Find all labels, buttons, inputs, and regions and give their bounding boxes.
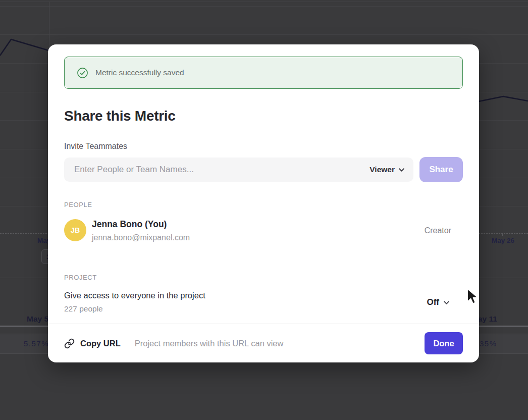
role-dropdown-value: Viewer (369, 165, 395, 174)
project-access-title: Give access to everyone in the project (64, 291, 205, 300)
chevron-down-icon (444, 301, 449, 304)
success-banner: Metric successfully saved (64, 57, 463, 89)
table-column-header: May 5 (27, 314, 48, 324)
project-section-label: PROJECT (64, 274, 97, 281)
avatar: JB (64, 219, 86, 241)
modal-footer: Copy URL Project members with this URL c… (48, 324, 479, 362)
invite-teammates-label: Invite Teammates (64, 142, 127, 151)
success-message: Metric successfully saved (95, 68, 184, 77)
axis-label: May 26 (492, 237, 514, 244)
project-access-value: Off (427, 297, 439, 307)
project-people-count: 227 people (64, 304, 103, 313)
project-access-dropdown[interactable]: Off (427, 297, 449, 307)
people-section-label: PEOPLE (64, 201, 92, 208)
table-cell-value: 35% (480, 339, 497, 348)
share-button[interactable]: Share (419, 157, 463, 182)
invite-people-input[interactable] (73, 164, 369, 175)
mouse-cursor (465, 288, 481, 307)
axis-tick (502, 233, 503, 236)
role-dropdown[interactable]: Viewer (369, 165, 404, 174)
screen: May 5 May 26 1 May 5 May 11 5.57% 35% Me… (0, 0, 528, 420)
check-circle-icon (77, 67, 88, 79)
invite-input-container: Viewer (64, 158, 413, 182)
done-button[interactable]: Done (425, 332, 463, 354)
copy-url-button[interactable]: Copy URL (80, 339, 121, 348)
link-icon (64, 338, 75, 349)
person-role: Creator (425, 226, 451, 235)
person-name: Jenna Bono (You) (92, 219, 167, 230)
person-email: jenna.bono@mixpanel.com (92, 233, 190, 242)
chevron-down-icon (399, 168, 404, 172)
table-cell-value: 5.57% (24, 339, 49, 348)
url-permission-hint: Project members with this URL can view (135, 339, 284, 348)
share-metric-modal: Metric successfully saved Share this Met… (48, 44, 479, 362)
modal-title: Share this Metric (64, 108, 176, 124)
